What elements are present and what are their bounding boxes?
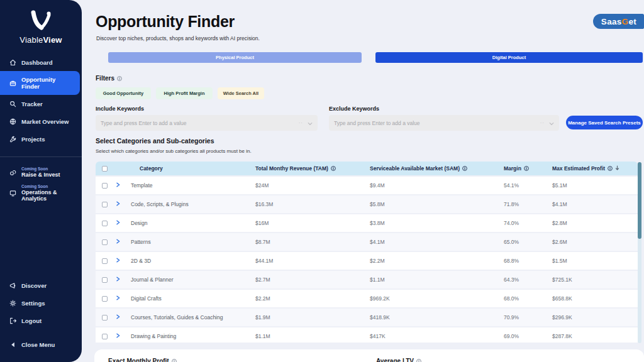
row-profit: $5.1M	[552, 182, 638, 189]
filter-chip-wide-search-all[interactable]: Wide Search All	[218, 87, 264, 99]
sidebar-item-raise-invest[interactable]: Coming Soon Raise & Invest	[0, 163, 82, 181]
categories-table: Category Total Monthy Revenue (TAM) Serv…	[96, 162, 638, 343]
expand-chevron-icon[interactable]	[116, 239, 131, 245]
bottom-metrics-card: Exact Monthly Profit Average LTV	[94, 349, 644, 362]
chevron-down-icon[interactable]	[549, 118, 554, 129]
row-checkbox[interactable]	[102, 202, 108, 207]
row-checkbox[interactable]	[102, 296, 108, 302]
table-row[interactable]: Code, Scripts, & Plugins $16.3M $5.8M 71…	[96, 195, 638, 213]
info-icon[interactable]	[524, 166, 529, 171]
info-icon[interactable]	[462, 166, 467, 171]
filters-label-text: Filters	[96, 75, 114, 82]
table-scrollbar-track[interactable]	[638, 162, 641, 343]
sidebar-item-operations-analytics[interactable]: Coming Soon Operations & Analytics	[0, 181, 82, 205]
info-icon[interactable]	[117, 76, 122, 81]
coming-soon-badge: Coming Soon	[21, 167, 60, 171]
sidebar-item-tracker[interactable]: Tracker	[0, 95, 82, 112]
row-checkbox[interactable]	[102, 334, 108, 339]
expand-chevron-icon[interactable]	[116, 258, 131, 264]
row-margin: 74.0%	[504, 220, 552, 226]
sidebar-item-label: Market Overview	[21, 118, 69, 125]
digital-product-tab[interactable]: Digital Product	[375, 52, 643, 63]
filter-chip-good-opportunity[interactable]: Good Opportunity	[96, 87, 151, 99]
logout-icon	[9, 317, 16, 324]
badge-text: et	[628, 17, 636, 26]
manage-saved-search-presets-button[interactable]: Manage Saved Search Presets	[566, 116, 643, 129]
saasget-badge[interactable]: SaasGet	[593, 14, 644, 29]
categories-section-subtitle: Select which categories and/or sub categ…	[96, 148, 252, 154]
expand-chevron-icon[interactable]	[116, 277, 131, 283]
bottom-label-text: Average LTV	[376, 358, 414, 362]
row-tam: $24M	[255, 182, 370, 189]
home-icon	[9, 58, 16, 66]
brand-name-bold: View	[43, 35, 62, 45]
clear-dots-icon[interactable]: ··	[299, 120, 303, 126]
table-row[interactable]: Journal & Planner $2.7M $1.1M 64.3% $725…	[96, 271, 638, 288]
info-icon[interactable]	[331, 166, 336, 171]
include-keywords-input[interactable]	[96, 115, 299, 131]
sidebar-nav: Dashboard Opportunity Finder Tracker Mar…	[0, 53, 82, 148]
row-category: Template	[131, 182, 255, 189]
row-tam: $1.1M	[255, 333, 370, 339]
sidebar-item-discover[interactable]: Discover	[0, 277, 82, 294]
info-icon[interactable]	[416, 359, 421, 362]
sidebar-item-settings[interactable]: Settings	[0, 294, 82, 312]
close-menu-button[interactable]: Close Menu	[0, 336, 82, 353]
include-keywords-field: ··	[96, 115, 318, 131]
sidebar-item-market-overview[interactable]: Market Overview	[0, 112, 82, 130]
expand-chevron-icon[interactable]	[116, 295, 131, 302]
sidebar-item-label: Close Menu	[21, 341, 55, 348]
column-header-profit[interactable]: Max Estimated Profit	[552, 165, 638, 172]
select-all-checkbox[interactable]	[102, 166, 108, 172]
sidebar-item-opportunity-finder[interactable]: Opportunity Finder	[0, 71, 80, 95]
table-row[interactable]: Patterns $8.7M $4.1M 65.0% $2.6M	[96, 233, 638, 251]
table-row[interactable]: 2D & 3D $44.1M $2.2M 68.8% $1.5M	[96, 252, 638, 270]
row-tam: $8.7M	[255, 239, 370, 245]
row-checkbox[interactable]	[102, 239, 108, 245]
brand-name-regular: Viable	[19, 35, 43, 45]
expand-chevron-icon[interactable]	[116, 182, 131, 189]
info-icon[interactable]	[608, 166, 613, 171]
physical-product-tab[interactable]: Physical Product	[108, 52, 362, 63]
column-header-category[interactable]: Category	[131, 165, 255, 172]
row-checkbox[interactable]	[102, 315, 108, 321]
app-window: ViableView Dashboard Opportunity Finder …	[0, 0, 644, 362]
row-sam: $5.8M	[370, 201, 504, 207]
sidebar-item-logout[interactable]: Logout	[0, 312, 82, 329]
table-row[interactable]: Template $24M $9.4M 54.1% $5.1M	[96, 177, 638, 194]
info-icon[interactable]	[172, 359, 177, 362]
row-sam: $3.8M	[370, 220, 504, 226]
row-checkbox[interactable]	[102, 258, 108, 264]
column-header-sam[interactable]: Serviceable Available Market (SAM)	[370, 165, 504, 172]
expand-chevron-icon[interactable]	[116, 220, 131, 226]
clear-dots-icon[interactable]: ··	[540, 120, 545, 126]
sort-desc-icon[interactable]	[615, 165, 619, 172]
row-checkbox[interactable]	[102, 221, 108, 226]
include-keywords-label: Include Keywords	[96, 106, 144, 112]
chevron-down-icon[interactable]	[308, 118, 313, 129]
column-label: Serviceable Available Market (SAM)	[370, 165, 460, 172]
sidebar-item-label: Raise & Invest	[21, 172, 60, 178]
row-checkbox[interactable]	[102, 183, 108, 189]
megaphone-icon	[9, 282, 16, 289]
table-scrollbar-thumb[interactable]	[638, 162, 641, 239]
table-row[interactable]: Courses, Tutorials, Guides & Coaching $1…	[96, 309, 638, 326]
table-row[interactable]: Digital Crafts $2.2M $969.2K 68.0% $658.…	[96, 290, 638, 307]
wrench-icon	[9, 135, 16, 143]
coming-soon-badge: Coming Soon	[21, 184, 77, 189]
expand-chevron-icon[interactable]	[116, 333, 131, 339]
expand-chevron-icon[interactable]	[116, 201, 131, 207]
table-row[interactable]: Design $16M $3.8M 74.0% $2.8M	[96, 214, 638, 232]
row-checkbox[interactable]	[102, 277, 108, 283]
table-body: Template $24M $9.4M 54.1% $5.1M Code, Sc…	[96, 177, 638, 343]
sidebar-item-label: Settings	[21, 300, 45, 307]
exclude-keywords-input[interactable]	[329, 115, 540, 131]
sidebar-item-projects[interactable]: Projects	[0, 130, 82, 148]
collapse-left-icon	[9, 341, 16, 348]
filter-chip-high-profit-margin[interactable]: High Profit Margin	[156, 87, 213, 99]
sidebar-item-dashboard[interactable]: Dashboard	[0, 53, 82, 71]
column-header-margin[interactable]: Margin	[504, 165, 552, 172]
table-row[interactable]: Drawing & Painting $1.1M $417K 69.0% $28…	[96, 327, 638, 343]
expand-chevron-icon[interactable]	[116, 314, 131, 321]
column-header-tam[interactable]: Total Monthy Revenue (TAM)	[255, 165, 370, 172]
